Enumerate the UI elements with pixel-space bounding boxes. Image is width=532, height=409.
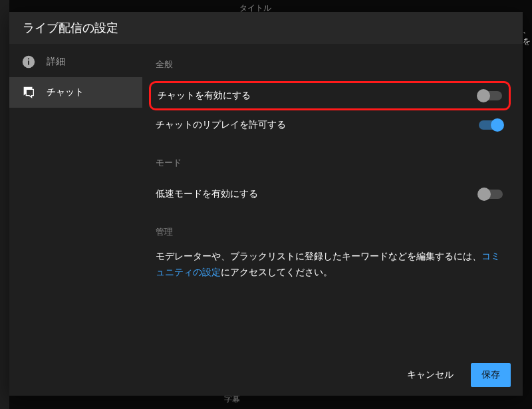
dialog-header: ライブ配信の設定 <box>9 12 523 44</box>
management-description: モデレーターや、ブラックリストに登録したキーワードなどを編集するには、コミュニテ… <box>156 249 503 281</box>
dialog-nav: 詳細 チャット <box>9 44 142 354</box>
nav-label-details: 詳細 <box>47 56 65 68</box>
svg-rect-1 <box>28 61 29 65</box>
info-icon <box>21 55 36 69</box>
dialog-footer: キャンセル 保存 <box>9 354 523 396</box>
setting-allow-replay-row: チャットのリプレイを許可する <box>156 110 503 140</box>
setting-slow-mode-row: 低速モードを有効にする <box>156 180 503 209</box>
nav-item-details[interactable]: 詳細 <box>9 47 142 77</box>
dialog-title: ライブ配信の設定 <box>23 20 118 36</box>
section-mode: モード <box>156 157 503 169</box>
nav-label-chat: チャット <box>47 86 84 98</box>
svg-rect-2 <box>28 59 29 60</box>
toggle-enable-chat[interactable] <box>478 91 502 100</box>
cancel-button[interactable]: キャンセル <box>396 363 464 387</box>
save-button[interactable]: 保存 <box>471 363 511 387</box>
setting-enable-chat-label: チャットを有効にする <box>158 90 251 102</box>
chat-icon <box>21 85 36 100</box>
toggle-slow-mode[interactable] <box>479 190 503 199</box>
setting-slow-mode-label: 低速モードを有効にする <box>156 188 258 200</box>
section-management: 管理 <box>156 226 503 238</box>
nav-item-chat[interactable]: チャット <box>9 77 142 108</box>
dialog-content: 全般 チャットを有効にする チャットのリプレイを許可する モード 低速モードを有… <box>142 44 523 354</box>
toggle-allow-replay[interactable] <box>479 120 503 130</box>
settings-dialog: ライブ配信の設定 詳細 チャット 全般 チャットを有効にする チャットのリプレイ… <box>9 12 523 396</box>
section-general: 全般 <box>156 59 503 70</box>
setting-allow-replay-label: チャットのリプレイを許可する <box>156 119 286 131</box>
setting-enable-chat-row: チャットを有効にする <box>149 81 511 110</box>
